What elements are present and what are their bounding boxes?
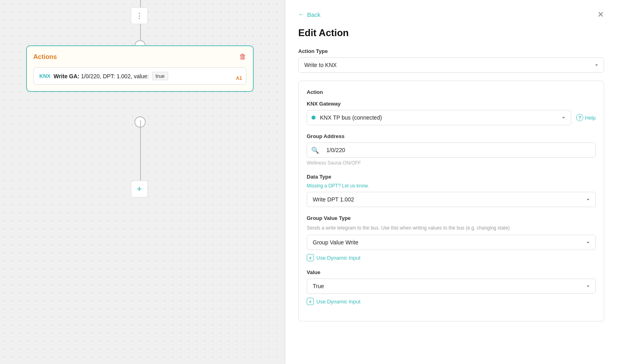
- dynamic-input-label-1: Use Dynamic Input: [316, 255, 360, 261]
- actions-title: Actions: [33, 53, 57, 61]
- action-type-label: Action Type: [298, 48, 604, 54]
- knx-badge: KNX: [39, 73, 50, 79]
- group-address-input[interactable]: [323, 143, 595, 157]
- gateway-status-dot: [312, 116, 316, 120]
- knx-gateway-group: KNX Gateway KNX TP bus (connected) ? Hel…: [307, 101, 596, 125]
- gateway-select-wrap: KNX TP bus (connected): [307, 110, 571, 125]
- gateway-row: KNX TP bus (connected) ? Help: [307, 110, 596, 125]
- actions-card-header: Actions 🗑: [33, 53, 246, 61]
- knx-gateway-label: KNX Gateway: [307, 101, 596, 107]
- right-panel: ← Back ✕ Edit Action Action Type Write t…: [285, 0, 617, 364]
- panel-title: Edit Action: [298, 27, 604, 39]
- dpt-value: 1.002,: [116, 73, 132, 79]
- value-badge: true: [152, 72, 168, 80]
- back-link[interactable]: ← Back: [298, 11, 320, 18]
- help-label: Help: [585, 115, 596, 121]
- gateway-select[interactable]: KNX TP bus (connected): [307, 110, 571, 125]
- value-group: Value True False x Use Dynamic Input: [307, 269, 596, 305]
- action-type-group: Action Type Write to KNX Read from KNX: [298, 48, 604, 73]
- menu-button[interactable]: ⋮: [131, 7, 148, 24]
- panel-header: ← Back ✕: [298, 10, 604, 19]
- delete-icon[interactable]: 🗑: [239, 53, 246, 61]
- dynamic-icon-2: x: [307, 298, 314, 305]
- dynamic-input-label-2: Use Dynamic Input: [316, 299, 360, 305]
- action-text: Write GA: 1/0/220, DPT: 1.002, value:: [53, 73, 149, 79]
- write-label: Write GA:: [53, 73, 79, 79]
- canvas-area: ⋮ Actions 🗑 KNX Write GA: 1/0/220, DPT: …: [0, 0, 285, 364]
- help-link[interactable]: ? Help: [576, 114, 596, 121]
- group-value-type-group: Group Value Type Sends a write telegram …: [307, 215, 596, 261]
- plus-icon: +: [137, 184, 142, 194]
- dynamic-input-link-2[interactable]: x Use Dynamic Input: [307, 298, 596, 305]
- action-box-label: Action: [307, 89, 596, 95]
- action-type-select[interactable]: Write to KNX Read from KNX: [298, 57, 604, 73]
- value-select[interactable]: True False: [307, 279, 596, 294]
- value-label: Value: [307, 269, 596, 275]
- value-label: value:: [134, 73, 149, 79]
- back-arrow-icon: ←: [298, 11, 305, 18]
- action-box: Action KNX Gateway KNX TP bus (connected…: [298, 81, 604, 321]
- dynamic-icon-1: x: [307, 254, 314, 261]
- data-type-select[interactable]: Write DPT 1.002: [307, 192, 596, 207]
- connector-line-mid: [140, 120, 141, 181]
- group-value-type-select[interactable]: Group Value Write: [307, 235, 596, 250]
- group-value-type-label: Group Value Type: [307, 215, 596, 221]
- help-circle-icon: ?: [576, 114, 583, 121]
- dpt-label: DPT:: [103, 73, 115, 79]
- dpt-missing-hint[interactable]: Missing a DPT? Let us know.: [307, 183, 596, 189]
- a1-label: A1: [236, 75, 242, 81]
- group-address-group: Group Address 🔍 Wellness Sauna ON/OFF: [307, 133, 596, 166]
- dynamic-input-link-1[interactable]: x Use Dynamic Input: [307, 254, 596, 261]
- menu-dots-icon: ⋮: [136, 11, 143, 20]
- group-address-row: 🔍: [307, 142, 596, 158]
- address-hint: Wellness Sauna ON/OFF: [307, 160, 596, 166]
- action-row[interactable]: KNX Write GA: 1/0/220, DPT: 1.002, value…: [33, 67, 246, 85]
- ga-value: 1/0/220,: [81, 73, 102, 79]
- group-address-label: Group Address: [307, 133, 596, 139]
- close-icon[interactable]: ✕: [597, 10, 604, 19]
- search-icon: 🔍: [307, 146, 323, 154]
- add-button[interactable]: +: [131, 181, 148, 197]
- actions-card: Actions 🗑 KNX Write GA: 1/0/220, DPT: 1.…: [26, 45, 254, 92]
- back-label: Back: [307, 11, 320, 18]
- group-value-type-desc: Sends a write telegram to the bus. Use t…: [307, 224, 596, 232]
- data-type-label: Data Type: [307, 174, 596, 180]
- data-type-group: Data Type Missing a DPT? Let us know. Wr…: [307, 174, 596, 207]
